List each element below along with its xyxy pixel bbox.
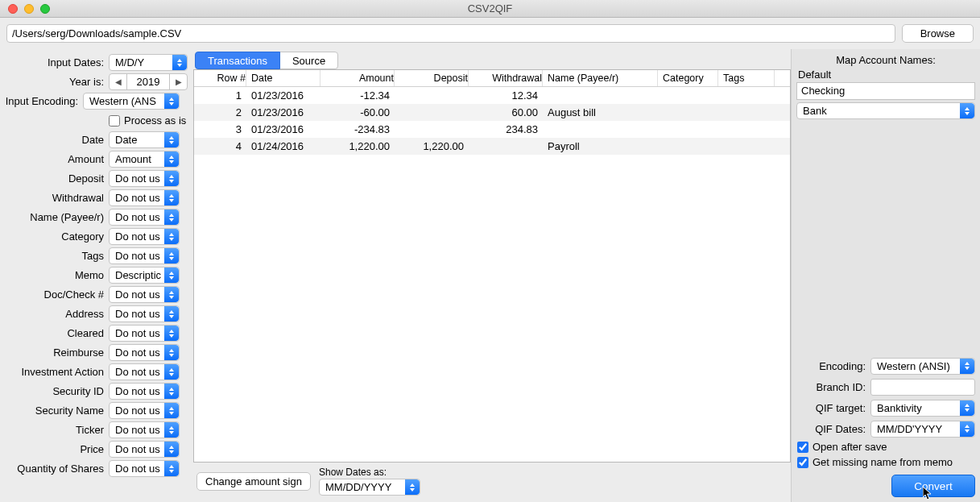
column-header[interactable]: Row # — [194, 70, 246, 86]
select-arrows-icon — [164, 171, 179, 186]
field-value: Do not us — [115, 172, 160, 185]
field-select-category[interactable]: Do not us — [109, 228, 180, 245]
table-row[interactable]: 401/24/20161,220.001,220.00Payroll — [194, 138, 790, 155]
select-arrows-icon — [164, 210, 179, 225]
titlebar: CSV2QIF — [0, 0, 980, 18]
cell: 234.83 — [469, 121, 543, 138]
column-header[interactable]: Tags — [718, 70, 775, 86]
convert-label: Convert — [914, 480, 952, 492]
cell — [658, 121, 718, 138]
cell — [658, 138, 718, 155]
tab-source[interactable]: Source — [279, 52, 338, 69]
cell: 4 — [194, 138, 246, 155]
field-label: Address — [2, 308, 109, 320]
show-dates-label: Show Dates as: — [319, 467, 420, 478]
table-row[interactable]: 101/23/2016-12.3412.34 — [194, 87, 790, 104]
browse-button[interactable]: Browse — [902, 24, 974, 43]
field-select-cleared[interactable]: Do not us — [109, 325, 180, 342]
cell: -60.00 — [320, 104, 395, 121]
default-label: Default — [796, 68, 975, 81]
cell: 01/24/2016 — [246, 138, 320, 155]
map-account-title: Map Account Names: — [796, 54, 975, 66]
field-value: Do not us — [115, 308, 160, 320]
field-label: Ticker — [2, 424, 109, 436]
year-up-icon[interactable]: ▶ — [169, 74, 187, 89]
cell — [543, 87, 658, 104]
field-select-price[interactable]: Do not us — [109, 441, 180, 458]
cell — [658, 87, 718, 104]
field-select-quantity-of-shares[interactable]: Do not us — [109, 460, 180, 477]
field-value: Do not us — [115, 443, 160, 455]
account-name-field[interactable]: Checking — [796, 82, 975, 100]
open-after-save-checkbox[interactable] — [797, 442, 808, 453]
field-select-security-name[interactable]: Do not us — [109, 402, 180, 419]
cell — [718, 104, 775, 121]
field-label: Memo — [2, 269, 109, 281]
input-encoding-select[interactable]: Western (ANS — [83, 93, 180, 110]
field-label: Quantity of Shares — [2, 463, 109, 475]
show-dates-select[interactable]: MM/DD/YYYY — [319, 479, 420, 496]
field-label: Amount — [2, 153, 109, 165]
cell: 01/23/2016 — [246, 104, 320, 121]
select-arrows-icon — [960, 103, 974, 118]
select-arrows-icon — [164, 461, 179, 476]
field-select-security-id[interactable]: Do not us — [109, 383, 180, 400]
branch-id-field[interactable] — [870, 379, 975, 396]
cell: 01/23/2016 — [246, 121, 320, 138]
cell: 3 — [194, 121, 246, 138]
column-header[interactable]: Deposit — [395, 70, 469, 86]
convert-button[interactable]: Convert — [891, 475, 975, 497]
field-label: Category — [2, 230, 109, 243]
qif-dates-select[interactable]: MM/DD'YYYY — [870, 421, 975, 438]
input-encoding-value: Western (ANS — [89, 95, 156, 107]
account-type-select[interactable]: Bank — [796, 102, 975, 119]
year-down-icon[interactable]: ◀ — [110, 74, 127, 89]
table-row[interactable]: 301/23/2016-234.83234.83 — [194, 121, 790, 138]
field-select-address[interactable]: Do not us — [109, 305, 180, 322]
center-panel: TransactionsSource Row #DateAmountDeposi… — [193, 49, 791, 502]
field-select-investment-action[interactable]: Do not us — [109, 363, 180, 380]
qif-target-select[interactable]: Banktivity — [870, 400, 975, 417]
missing-name-checkbox[interactable] — [797, 457, 808, 468]
field-select-amount[interactable]: Amount — [109, 151, 180, 168]
field-label: Security ID — [2, 385, 109, 397]
process-as-is-checkbox[interactable] — [109, 115, 120, 127]
missing-name-label: Get missing name from memo — [813, 456, 953, 468]
year-stepper[interactable]: ◀ 2019 ▶ — [109, 73, 188, 90]
cell — [543, 121, 658, 138]
select-arrows-icon — [164, 442, 179, 457]
field-select-ticker[interactable]: Do not us — [109, 421, 180, 438]
field-select-tags[interactable]: Do not us — [109, 247, 180, 264]
input-dates-select[interactable]: M/D/Y — [109, 54, 188, 71]
field-select-withdrawal[interactable]: Do not us — [109, 189, 180, 206]
select-arrows-icon — [164, 384, 179, 399]
field-select-deposit[interactable]: Do not us — [109, 170, 180, 187]
field-value: Do not us — [115, 424, 160, 436]
field-value: Do not us — [115, 250, 160, 262]
column-header[interactable]: Name (Payee/r) — [543, 70, 658, 86]
right-panel: Map Account Names: Default Checking Bank… — [791, 49, 980, 502]
cell: 1,220.00 — [395, 138, 469, 155]
output-encoding-select[interactable]: Western (ANSI) — [870, 358, 975, 375]
field-select-reimburse[interactable]: Do not us — [109, 344, 180, 361]
file-path-field[interactable]: /Users/serg/Downloads/sample.CSV — [6, 24, 895, 43]
field-select-memo[interactable]: Descriptic — [109, 267, 180, 284]
tab-transactions[interactable]: Transactions — [195, 52, 280, 69]
table-row[interactable]: 201/23/2016-60.0060.00August bill — [194, 104, 790, 121]
column-header[interactable]: Amount — [320, 70, 395, 86]
column-header[interactable]: Category — [658, 70, 718, 86]
column-header[interactable]: Date — [246, 70, 320, 86]
field-label: Deposit — [2, 172, 109, 185]
select-arrows-icon — [960, 400, 974, 416]
cell — [718, 87, 775, 104]
input-dates-value: M/D/Y — [115, 56, 144, 68]
cell — [718, 121, 775, 138]
cell: 60.00 — [469, 104, 543, 121]
column-header[interactable]: Withdrawal — [469, 70, 543, 86]
field-select-doc-check--[interactable]: Do not us — [109, 286, 180, 303]
field-select-date[interactable]: Date — [109, 131, 180, 148]
year-label: Year is: — [2, 76, 109, 88]
change-amount-sign-button[interactable]: Change amount sign — [196, 472, 311, 491]
field-select-name--payee-r-[interactable]: Do not us — [109, 209, 180, 226]
field-label: Investment Action — [2, 366, 109, 378]
